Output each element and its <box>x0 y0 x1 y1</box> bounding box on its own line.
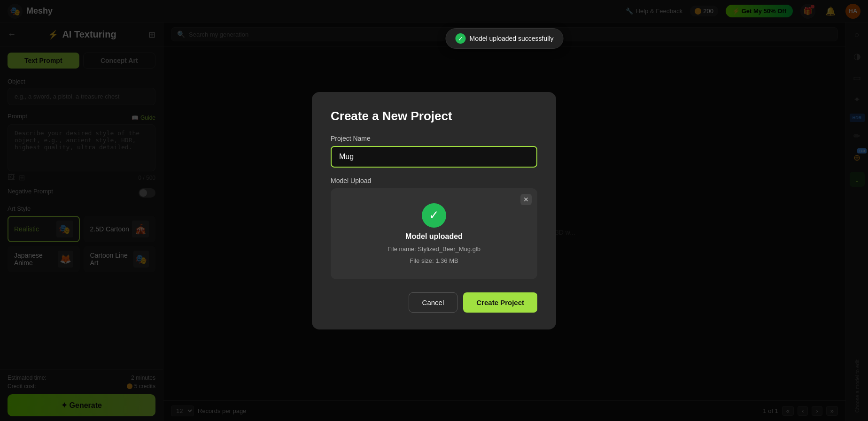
model-upload-zone: ✕ ✓ Model uploaded File name: Stylized_B… <box>331 188 537 279</box>
success-toast: ✓ Model uploaded successfully <box>446 28 564 49</box>
upload-close-button[interactable]: ✕ <box>520 194 532 205</box>
modal-overlay: Create a New Project Project Name Model … <box>0 0 868 421</box>
modal-actions: Cancel Create Project <box>331 292 537 313</box>
model-upload-label: Model Upload <box>331 177 537 184</box>
create-project-button[interactable]: Create Project <box>463 292 537 313</box>
upload-filesize: File size: 1.36 MB <box>410 257 458 264</box>
cancel-button[interactable]: Cancel <box>409 292 458 313</box>
upload-close-icon: ✕ <box>523 196 529 203</box>
toast-check-icon: ✓ <box>456 33 466 44</box>
toast-message: Model uploaded successfully <box>470 35 554 42</box>
project-name-input[interactable] <box>331 146 537 168</box>
modal-title: Create a New Project <box>331 109 537 123</box>
upload-success-icon: ✓ <box>422 203 446 228</box>
upload-status-text: Model uploaded <box>405 232 463 241</box>
upload-filename: File name: Stylized_Beer_Mug.glb <box>388 245 480 253</box>
create-project-modal: Create a New Project Project Name Model … <box>312 92 556 329</box>
project-name-label: Project Name <box>331 135 537 142</box>
